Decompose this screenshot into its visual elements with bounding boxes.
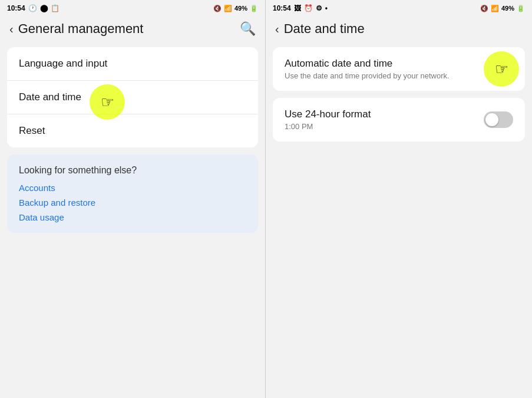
auto-date-text: Automatic date and time Use the date and… — [285, 58, 450, 80]
hand-cursor-icon: ☞ — [101, 94, 114, 110]
clock-icon: 🕐 — [28, 4, 37, 12]
24hour-toggle[interactable] — [484, 111, 513, 128]
24hour-text: Use 24-hour format 1:00 PM — [285, 108, 371, 131]
search-button[interactable]: 🔍 — [240, 21, 256, 37]
right-nav-title: Date and time — [284, 21, 365, 37]
right-mute-icon: 🔇 — [480, 5, 488, 12]
right-back-button[interactable]: ‹ — [275, 22, 279, 36]
right-nav-left: ‹ Date and time — [275, 21, 365, 37]
language-input-label: Language and input — [19, 58, 107, 69]
right-battery-icon: 🔋 — [517, 5, 525, 12]
left-phone-panel: 10:54 🕐 ⬤ 📋 🔇 📶 49% 🔋 ‹ General manageme… — [0, 0, 266, 398]
backup-link[interactable]: Backup and restore — [19, 198, 246, 208]
hand-cursor-right-icon: ☞ — [495, 61, 508, 77]
right-time-display: 10:54 — [273, 4, 291, 12]
data-usage-link[interactable]: Data usage — [19, 212, 246, 222]
24hour-subtitle: 1:00 PM — [285, 122, 371, 131]
right-settings-icon: ⚙ — [316, 4, 322, 12]
status-bar-right: 🔇 📶 49% 🔋 — [213, 5, 258, 12]
date-time-item[interactable]: Date and time ☞ — [7, 81, 258, 114]
battery-text: 49% — [234, 5, 247, 12]
status-bar-left: 10:54 🕐 ⬤ 📋 — [7, 4, 60, 12]
right-battery-text: 49% — [501, 5, 514, 12]
toggle-knob — [485, 113, 498, 126]
reset-item[interactable]: Reset — [7, 114, 258, 147]
date-time-label: Date and time — [19, 91, 81, 103]
right-photo-icon: 🖼 — [294, 4, 301, 12]
left-status-bar: 10:54 🕐 ⬤ 📋 🔇 📶 49% 🔋 — [0, 0, 265, 17]
screenshot-icon: 📋 — [51, 4, 60, 12]
looking-for-section: Looking for something else? Accounts Bac… — [7, 154, 258, 233]
notification-icon: ⬤ — [40, 4, 48, 12]
left-nav-title: General management — [18, 21, 144, 37]
auto-date-time-row[interactable]: Automatic date and time Use the date and… — [273, 47, 525, 91]
accounts-link[interactable]: Accounts — [19, 183, 246, 193]
battery-icon: 🔋 — [250, 5, 258, 12]
right-wifi-icon: 📶 — [491, 5, 499, 12]
reset-label: Reset — [19, 125, 45, 136]
right-status-bar: 10:54 🖼 ⏰ ⚙ • 🔇 📶 49% 🔋 — [266, 0, 532, 17]
time-display: 10:54 — [7, 4, 25, 12]
right-dot-icon: • — [325, 4, 328, 12]
right-top-nav: ‹ Date and time — [266, 17, 532, 44]
nav-left: ‹ General management — [9, 21, 143, 37]
left-top-nav: ‹ General management 🔍 — [0, 17, 265, 44]
right-status-right: 🔇 📶 49% 🔋 — [480, 5, 525, 12]
right-clock-icon: ⏰ — [304, 4, 313, 12]
mute-icon: 🔇 — [213, 5, 222, 12]
auto-date-subtitle: Use the date and time provided by your n… — [285, 71, 450, 80]
wifi-icon: 📶 — [224, 5, 232, 12]
looking-title: Looking for something else? — [19, 165, 246, 176]
right-status-left: 10:54 🖼 ⏰ ⚙ • — [273, 4, 328, 12]
auto-date-title: Automatic date and time — [285, 58, 450, 70]
left-settings-card: Language and input Date and time ☞ Reset — [7, 47, 258, 147]
cursor-highlight-right: ☞ — [484, 51, 519, 87]
right-phone-panel: 10:54 🖼 ⏰ ⚙ • 🔇 📶 49% 🔋 ‹ Date and time … — [266, 0, 532, 398]
24hour-format-row[interactable]: Use 24-hour format 1:00 PM — [273, 98, 525, 142]
back-button[interactable]: ‹ — [9, 22, 14, 36]
language-input-item[interactable]: Language and input — [7, 47, 258, 81]
24hour-title: Use 24-hour format — [285, 108, 371, 120]
